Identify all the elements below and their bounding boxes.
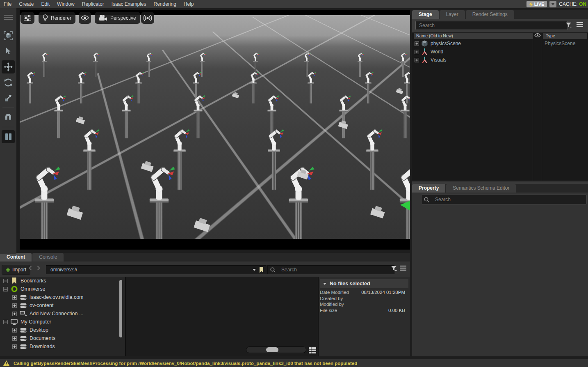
expand-icon[interactable] bbox=[3, 287, 8, 291]
tree-item-ov-content[interactable]: ov-content bbox=[0, 301, 125, 310]
content-tab-content[interactable]: Content bbox=[0, 253, 32, 261]
bookmark-icon bbox=[11, 278, 18, 284]
viewport-letterbox-bottom bbox=[20, 239, 410, 250]
tool-cursor[interactable] bbox=[2, 45, 15, 58]
menu-file[interactable]: File bbox=[0, 0, 15, 8]
options-menu-icon[interactable] bbox=[400, 266, 406, 271]
column-separator bbox=[542, 32, 542, 181]
menu-rendering[interactable]: Rendering bbox=[150, 0, 180, 8]
filter-icon[interactable] bbox=[391, 266, 397, 271]
camera-button[interactable]: Perspective bbox=[95, 12, 140, 24]
property-tab-semantics-schema-editor[interactable]: Semantics Schema Editor bbox=[446, 184, 516, 193]
path-dropdown-icon[interactable] bbox=[253, 269, 256, 271]
menu-edit[interactable]: Edit bbox=[37, 0, 53, 8]
tree-item-documents[interactable]: Documents bbox=[0, 334, 125, 342]
tool-menu-grip[interactable] bbox=[2, 11, 15, 24]
expand-icon[interactable] bbox=[415, 41, 419, 46]
expand-icon[interactable] bbox=[12, 303, 17, 308]
tool-scale[interactable] bbox=[2, 92, 15, 105]
menu-help[interactable]: Help bbox=[180, 0, 198, 8]
expand-icon[interactable] bbox=[415, 50, 419, 54]
server-drive-icon bbox=[20, 336, 27, 341]
menubar-right: LIVE CACHE: ON bbox=[526, 0, 586, 8]
stage-tab-layer[interactable]: Layer bbox=[440, 10, 465, 19]
property-search-input[interactable] bbox=[432, 196, 584, 203]
menu-grip-icon bbox=[4, 15, 13, 20]
stage-row-visuals[interactable]: Visuals bbox=[412, 56, 588, 64]
visibility-button[interactable] bbox=[79, 12, 91, 24]
tree-item-desktop[interactable]: Desktop bbox=[0, 326, 125, 334]
stage-row-physicsscene[interactable]: physicsScenePhysicsScene bbox=[412, 39, 588, 48]
tree-item-bookmarks[interactable]: Bookmarks bbox=[0, 277, 125, 285]
menu-isaac-examples[interactable]: Isaac Examples bbox=[108, 0, 150, 8]
detail-label: Date Modified bbox=[320, 290, 349, 296]
tool-select-box[interactable] bbox=[2, 29, 15, 42]
file-tree-scrollbar[interactable] bbox=[119, 280, 122, 337]
property-tab-property[interactable]: Property bbox=[412, 184, 445, 193]
path-input[interactable] bbox=[46, 267, 253, 273]
tree-item-downloads[interactable]: Downloads bbox=[0, 342, 125, 351]
renderer-button[interactable]: Renderer bbox=[39, 12, 75, 24]
tool-pause[interactable] bbox=[2, 130, 15, 143]
stage-tab-stage[interactable]: Stage bbox=[412, 10, 439, 19]
eye-icon bbox=[81, 15, 89, 21]
content-body: BookmarksOmniverseisaac-dev.ov.nvidia.co… bbox=[0, 277, 410, 356]
expand-icon[interactable] bbox=[415, 58, 419, 62]
rotate-icon bbox=[4, 78, 13, 87]
selection-header[interactable]: No files selected bbox=[320, 279, 408, 288]
slider-handle[interactable] bbox=[266, 347, 278, 352]
tool-move[interactable] bbox=[2, 60, 15, 73]
tree-item-omniverse[interactable]: Omniverse bbox=[0, 285, 125, 293]
tree-item-my-computer[interactable]: My Computer bbox=[0, 318, 125, 326]
menu-create[interactable]: Create bbox=[15, 0, 37, 8]
options-menu-icon[interactable] bbox=[577, 22, 583, 27]
expand-icon[interactable] bbox=[12, 328, 17, 333]
content-tab-console[interactable]: Console bbox=[32, 253, 64, 261]
tree-item-isaac-dev-ov-nvidia-com[interactable]: isaac-dev.ov.nvidia.com bbox=[0, 293, 125, 301]
expand-icon[interactable] bbox=[12, 344, 17, 349]
prim-name: physicsScene bbox=[431, 41, 461, 46]
tree-item-label: ov-content bbox=[30, 303, 53, 308]
detail-row-file-size: File size0.00 KB bbox=[320, 308, 405, 314]
stage-tab-render-settings[interactable]: Render Settings bbox=[466, 10, 514, 19]
filter-icon[interactable] bbox=[565, 22, 572, 28]
camera-label: Perspective bbox=[110, 15, 136, 21]
expand-icon[interactable] bbox=[12, 312, 17, 316]
tool-snap-magnet[interactable] bbox=[2, 111, 15, 124]
live-button[interactable]: LIVE bbox=[526, 1, 547, 7]
file-tree: BookmarksOmniverseisaac-dev.ov.nvidia.co… bbox=[0, 277, 126, 356]
file-grid-pane[interactable] bbox=[126, 277, 319, 356]
tool-rotate[interactable] bbox=[2, 76, 15, 89]
viewport-canvas[interactable]: Renderer Perspective bbox=[20, 10, 410, 250]
cache-value: ON bbox=[579, 1, 586, 7]
column-type-header[interactable]: Type bbox=[543, 33, 587, 39]
prim-xform-icon bbox=[422, 48, 428, 55]
expand-icon[interactable] bbox=[3, 320, 8, 324]
forward-button[interactable] bbox=[37, 266, 40, 271]
prim-name: World bbox=[431, 49, 443, 55]
stage-search-input[interactable] bbox=[415, 21, 568, 30]
expand-icon[interactable] bbox=[3, 279, 8, 283]
column-name-header[interactable]: Name (Old to New) bbox=[414, 33, 533, 39]
thumbnail-size-slider[interactable] bbox=[246, 346, 306, 353]
view-mode-icon[interactable] bbox=[309, 347, 316, 353]
stage-row-world[interactable]: World bbox=[412, 48, 588, 56]
back-button[interactable] bbox=[29, 266, 32, 271]
content-search-input[interactable] bbox=[278, 266, 392, 273]
tree-item-add-new-connection[interactable]: Add New Connection ... bbox=[0, 310, 125, 318]
stage-search-row bbox=[412, 19, 588, 32]
menu-window[interactable]: Window bbox=[53, 0, 78, 8]
menu-replicator[interactable]: Replicator bbox=[78, 0, 108, 8]
expand-icon[interactable] bbox=[12, 336, 17, 341]
import-button[interactable]: Import bbox=[2, 265, 30, 275]
viewport-settings-button[interactable] bbox=[21, 12, 34, 24]
expand-icon[interactable] bbox=[12, 295, 17, 300]
path-bookmark-icon[interactable] bbox=[259, 267, 264, 273]
cursor-icon bbox=[5, 48, 11, 55]
visibility-column-icon[interactable] bbox=[534, 33, 541, 37]
live-dropdown-button[interactable] bbox=[549, 1, 556, 7]
plus-icon bbox=[6, 268, 10, 272]
status-bar: Calling getBypassRenderSkelMeshProcessin… bbox=[0, 359, 588, 367]
waypoint-button[interactable] bbox=[141, 12, 154, 24]
warning-icon bbox=[3, 360, 9, 366]
